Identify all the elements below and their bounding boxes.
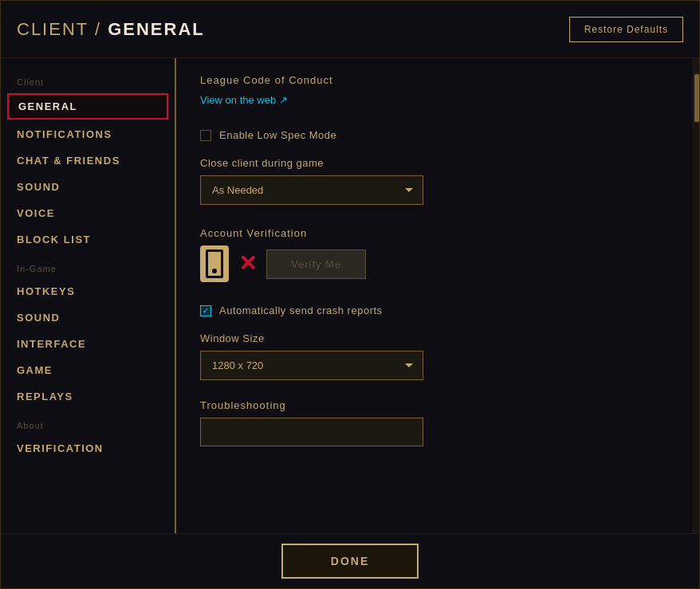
page-title: CLIENT / GENERAL — [17, 19, 205, 40]
main-content: League Code of Conduct View on the web ↗… — [176, 58, 693, 533]
view-on-web-link[interactable]: View on the web ↗ — [200, 94, 288, 106]
window-size-section: Window Size 1024 x 576 1280 x 720 1600 x… — [200, 332, 669, 380]
troubleshooting-input-preview — [200, 418, 423, 446]
sidebar-item-general[interactable]: GENERAL — [7, 93, 168, 120]
low-spec-mode-label: Enable Low Spec Mode — [219, 129, 336, 141]
sidebar-client-label: Client — [1, 66, 175, 92]
low-spec-mode-checkbox[interactable] — [200, 130, 211, 141]
window-size-dropdown[interactable]: 1024 x 576 1280 x 720 1600 x 900 1920 x … — [200, 351, 423, 380]
x-icon: ✕ — [238, 253, 257, 275]
account-verification-row: ✕ Verify Me — [200, 245, 669, 282]
phone-icon-inner — [206, 249, 223, 278]
app-container: CLIENT / GENERAL Restore Defaults Client… — [0, 0, 700, 589]
crash-reports-row: Automatically send crash reports — [200, 304, 669, 316]
close-client-dropdown[interactable]: Never As Needed Always — [200, 175, 423, 205]
close-client-section: Close client during game Never As Needed… — [200, 157, 669, 205]
sidebar-item-voice[interactable]: VOICE — [1, 200, 175, 226]
close-client-label: Close client during game — [200, 157, 669, 169]
sidebar-ingame-label: In-Game — [1, 253, 175, 278]
window-size-dropdown-wrapper: 1024 x 576 1280 x 720 1600 x 900 1920 x … — [200, 351, 423, 380]
phone-icon — [200, 245, 229, 282]
league-code-title: League Code of Conduct — [200, 74, 669, 86]
body: Client GENERAL NOTIFICATIONS CHAT & FRIE… — [1, 58, 699, 533]
troubleshooting-section: Troubleshooting — [200, 399, 669, 446]
sidebar-item-notifications[interactable]: NOTIFICATIONS — [1, 121, 175, 147]
done-button[interactable]: DONE — [281, 544, 419, 579]
scrollbar-thumb[interactable] — [694, 74, 699, 122]
sidebar-item-replays[interactable]: REPLAYS — [1, 383, 175, 410]
footer: DONE — [1, 533, 699, 588]
scrollbar-track[interactable] — [693, 58, 699, 533]
crash-reports-label: Automatically send crash reports — [219, 304, 383, 316]
title-prefix: CLIENT / — [17, 19, 108, 39]
crash-reports-checkbox[interactable] — [200, 305, 211, 316]
sidebar-item-sound[interactable]: SOUND — [1, 174, 175, 200]
account-verification-section: Account Verification ✕ Verify Me — [200, 227, 669, 282]
verify-me-button[interactable]: Verify Me — [266, 249, 366, 279]
account-verification-title: Account Verification — [200, 227, 669, 239]
sidebar-item-game[interactable]: GAME — [1, 357, 175, 383]
title-main: GENERAL — [108, 19, 205, 39]
troubleshooting-title: Troubleshooting — [200, 399, 669, 411]
sidebar-item-hotkeys[interactable]: HOTKEYS — [1, 278, 175, 304]
league-code-section: League Code of Conduct View on the web ↗ — [200, 74, 669, 107]
sidebar-about-label: About — [1, 410, 175, 435]
window-size-label: Window Size — [200, 332, 669, 344]
header: CLIENT / GENERAL Restore Defaults — [1, 1, 699, 58]
restore-defaults-button[interactable]: Restore Defaults — [569, 17, 683, 42]
close-client-dropdown-wrapper: Never As Needed Always — [200, 175, 423, 205]
sidebar-item-verification[interactable]: VERIFICATION — [1, 435, 175, 461]
sidebar: Client GENERAL NOTIFICATIONS CHAT & FRIE… — [1, 58, 176, 533]
sidebar-item-interface[interactable]: INTERFACE — [1, 331, 175, 357]
sidebar-item-chat-friends[interactable]: CHAT & FRIENDS — [1, 147, 175, 174]
sidebar-item-sound-ingame[interactable]: SOUND — [1, 304, 175, 331]
low-spec-mode-row: Enable Low Spec Mode — [200, 129, 669, 141]
sidebar-item-block-list[interactable]: BLOCK LIST — [1, 226, 175, 253]
